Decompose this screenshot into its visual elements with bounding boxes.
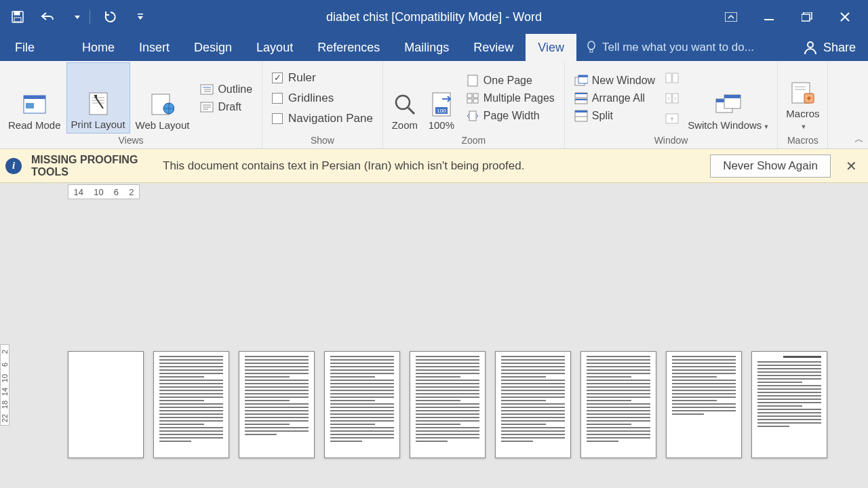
tab-file[interactable]: File xyxy=(0,34,50,61)
qat-customize-dropdown[interactable] xyxy=(136,5,144,29)
repeat-button[interactable] xyxy=(98,5,123,29)
undo-button[interactable] xyxy=(35,5,60,29)
svg-rect-12 xyxy=(24,96,45,99)
tab-home[interactable]: Home xyxy=(70,34,127,61)
zoom-group-label: Zoom xyxy=(387,134,560,148)
navpane-label: Navigation Pane xyxy=(288,112,373,125)
gridlines-label: Gridlines xyxy=(288,92,334,105)
save-button[interactable] xyxy=(5,5,30,29)
page-width-button[interactable]: Page Width xyxy=(462,108,559,123)
new-window-label: New Window xyxy=(592,75,655,87)
page-thumbnail[interactable] xyxy=(239,351,315,458)
switch-windows-icon xyxy=(715,91,742,118)
message-close-button[interactable]: ✕ xyxy=(840,158,863,174)
checkbox-icon xyxy=(272,113,283,124)
macros-icon xyxy=(789,79,816,106)
print-layout-button[interactable]: Print Layout xyxy=(66,62,130,134)
svg-rect-13 xyxy=(26,103,34,108)
gridlines-checkbox[interactable]: Gridlines xyxy=(268,89,377,107)
page-thumbnail[interactable] xyxy=(68,351,144,458)
ribbon-display-options[interactable] xyxy=(719,5,743,29)
switch-windows-button[interactable]: Switch Windows▼ xyxy=(684,62,773,134)
tab-insert[interactable]: Insert xyxy=(127,34,182,61)
side-by-side-button[interactable] xyxy=(665,70,679,85)
multiple-pages-icon xyxy=(466,92,479,104)
one-page-button[interactable]: One Page xyxy=(462,73,559,88)
page-thumbnail[interactable] xyxy=(666,351,742,458)
read-mode-button[interactable]: Read Mode xyxy=(4,62,65,134)
print-layout-icon xyxy=(85,90,112,117)
page-thumbnail[interactable] xyxy=(324,351,400,458)
arrange-all-button[interactable]: Arrange All xyxy=(570,91,659,106)
svg-rect-34 xyxy=(467,94,472,98)
page-thumbnail[interactable] xyxy=(580,351,656,458)
read-mode-icon xyxy=(21,91,48,118)
ruler-checkbox[interactable]: ✓Ruler xyxy=(268,69,377,87)
svg-rect-14 xyxy=(90,93,107,115)
new-window-icon xyxy=(574,75,588,87)
new-window-button[interactable]: New Window xyxy=(570,73,659,88)
tab-review[interactable]: Review xyxy=(461,34,526,61)
page-thumbnails xyxy=(68,351,827,458)
never-show-again-button[interactable]: Never Show Again xyxy=(710,155,831,178)
macros-button[interactable]: Macros▼ xyxy=(782,62,823,134)
svg-point-28 xyxy=(396,96,410,109)
page-width-icon xyxy=(466,110,479,122)
outline-button[interactable]: Outline xyxy=(196,82,256,97)
svg-rect-57 xyxy=(724,95,741,98)
read-mode-label: Read Mode xyxy=(8,119,61,131)
svg-rect-1 xyxy=(14,12,20,15)
web-layout-icon xyxy=(149,91,176,118)
navpane-checkbox[interactable]: Navigation Pane xyxy=(268,110,377,127)
document-area[interactable]: 2 6 10 14 18 22 xyxy=(0,202,868,488)
one-page-icon xyxy=(466,75,479,87)
vertical-ruler[interactable]: 2 6 10 14 18 22 xyxy=(0,344,9,426)
group-macros: Macros▼ Macros xyxy=(778,61,828,148)
svg-rect-49 xyxy=(666,73,671,83)
close-button[interactable] xyxy=(833,5,857,29)
lightbulb-icon xyxy=(586,41,597,54)
tab-view[interactable]: View xyxy=(526,34,576,61)
share-button[interactable]: Share xyxy=(791,34,868,61)
group-views: Read Mode Print Layout Web Layout Outlin… xyxy=(0,61,262,148)
minimize-button[interactable] xyxy=(757,5,781,29)
tab-design[interactable]: Design xyxy=(182,34,244,61)
tell-me-search[interactable]: Tell me what you want to do... xyxy=(576,34,791,61)
multiple-pages-label: Multiple Pages xyxy=(484,92,555,104)
svg-rect-4 xyxy=(725,12,737,22)
svg-rect-5 xyxy=(764,19,774,20)
undo-dropdown[interactable] xyxy=(73,5,81,29)
message-bar: i MISSING PROOFING TOOLS This document c… xyxy=(0,149,868,183)
switch-windows-label: Switch Windows▼ xyxy=(688,119,769,131)
split-button[interactable]: Split xyxy=(570,108,659,123)
web-layout-button[interactable]: Web Layout xyxy=(132,62,194,134)
page-thumbnail[interactable] xyxy=(153,351,229,458)
outline-icon xyxy=(200,83,214,96)
reset-position-button[interactable] xyxy=(665,111,679,126)
group-show: ✓Ruler Gridlines Navigation Pane Show xyxy=(262,61,383,148)
multiple-pages-button[interactable]: Multiple Pages xyxy=(462,91,559,106)
ruler-label: Ruler xyxy=(288,71,316,85)
page-thumbnail[interactable] xyxy=(751,351,827,458)
zoom-100-button[interactable]: 100 100% xyxy=(424,62,459,134)
collapse-ribbon-icon[interactable]: ︿ xyxy=(854,134,864,146)
svg-text:100: 100 xyxy=(437,108,446,114)
arrange-all-label: Arrange All xyxy=(592,92,645,104)
horizontal-ruler[interactable]: 14 10 6 2 xyxy=(68,184,140,199)
page-thumbnail[interactable] xyxy=(410,351,486,458)
views-group-label: Views xyxy=(4,134,258,148)
draft-icon xyxy=(200,101,214,113)
svg-point-8 xyxy=(588,41,595,49)
tab-layout[interactable]: Layout xyxy=(244,34,305,61)
restore-button[interactable] xyxy=(795,5,819,29)
tab-references[interactable]: References xyxy=(305,34,392,61)
message-text: This document contains text in Persian (… xyxy=(163,159,701,173)
zoom-button[interactable]: Zoom xyxy=(387,62,422,134)
page-thumbnail[interactable] xyxy=(495,351,571,458)
sync-scroll-button[interactable] xyxy=(665,91,679,106)
svg-rect-47 xyxy=(575,110,587,113)
quick-access-toolbar xyxy=(0,5,144,29)
draft-button[interactable]: Draft xyxy=(196,100,256,115)
svg-rect-2 xyxy=(14,18,21,22)
tab-mailings[interactable]: Mailings xyxy=(392,34,461,61)
